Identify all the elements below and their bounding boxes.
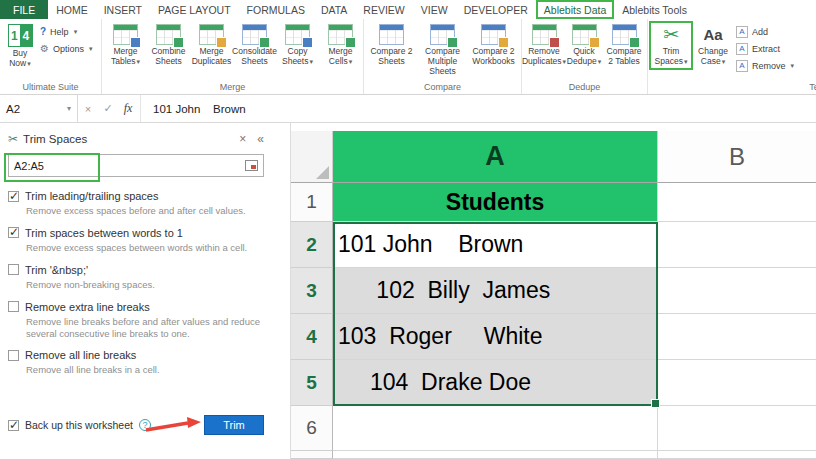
pane-close-icon[interactable]: × — [239, 132, 246, 146]
formula-bar-divider — [140, 95, 141, 122]
cell-B6[interactable] — [658, 406, 816, 451]
quick-dedupe-button[interactable]: Quick Dedupe▾ — [564, 22, 604, 69]
cell-A4[interactable]: 103 Roger White — [333, 314, 658, 360]
merge-duplicates-button[interactable]: Merge Duplicates — [190, 22, 233, 69]
option-label[interactable]: Trim spaces between words to 1 — [25, 227, 183, 239]
dropdown-arrow-icon: ▾ — [137, 58, 141, 65]
help-button[interactable]: ?Help▾ — [38, 24, 95, 39]
select-all-corner[interactable] — [291, 131, 333, 183]
option-label[interactable]: Remove extra line breaks — [25, 301, 150, 313]
enter-icon[interactable]: ✓ — [98, 102, 118, 115]
row-header-4[interactable]: 4 — [291, 314, 333, 360]
tab-insert[interactable]: INSERT — [96, 0, 150, 19]
merge-tables-icon — [113, 24, 138, 45]
cell-A5[interactable]: 104 Drake Doe — [333, 360, 658, 406]
name-box[interactable]: A2 ▾ — [0, 95, 78, 122]
cell-A1[interactable]: Students — [333, 183, 658, 222]
row-header-7-partial[interactable] — [291, 451, 333, 459]
cell-B4[interactable] — [658, 314, 816, 360]
dropdown-arrow-icon: ▾ — [722, 58, 726, 65]
dropdown-arrow-icon: ▾ — [684, 58, 688, 65]
compare-2-sheets-button[interactable]: Compare 2 Sheets — [366, 22, 417, 69]
checkbox[interactable] — [8, 191, 19, 202]
compare-2-tables-button[interactable]: Compare 2 Tables — [604, 22, 644, 69]
name-box-arrow-icon[interactable]: ▾ — [67, 104, 71, 113]
formula-bar: A2 ▾ × ✓ fx 101 John Brown — [0, 95, 816, 123]
remove-duplicates-icon — [532, 24, 557, 45]
group-label-compare: Compare — [364, 81, 521, 94]
compare-2-workbooks-button[interactable]: Compare 2 Workbooks — [468, 22, 519, 69]
cell-A7-partial[interactable] — [333, 451, 658, 459]
tab-data[interactable]: DATA — [313, 0, 355, 19]
compare-multiple-sheets-button[interactable]: Compare Multiple Sheets — [417, 22, 468, 78]
consolidate-sheets-button[interactable]: Consolidate Sheets — [233, 22, 276, 69]
add-button[interactable]: AAdd — [734, 24, 796, 39]
column-header-A[interactable]: A — [333, 131, 658, 183]
copy-sheets-button[interactable]: Copy Sheets▾ — [276, 22, 319, 69]
row-header-1[interactable]: 1 — [291, 183, 333, 222]
tab-review[interactable]: REVIEW — [355, 0, 412, 19]
tab-formulas[interactable]: FORMULAS — [239, 0, 313, 19]
checkbox[interactable] — [8, 350, 19, 361]
dropdown-arrow-icon: ▾ — [309, 58, 313, 65]
cell-B1[interactable] — [658, 183, 816, 222]
option-description: Remove non-breaking spaces. — [26, 279, 264, 291]
compare-2-tables-icon — [612, 24, 637, 45]
tab-ablebits-data[interactable]: Ablebits Data — [536, 0, 614, 19]
tab-page-layout[interactable]: PAGE LAYOUT — [150, 0, 239, 19]
tab-developer[interactable]: DEVELOPER — [456, 0, 536, 19]
scissors-icon: ✂ — [663, 24, 679, 45]
gear-icon: ⚙ — [40, 43, 49, 54]
trim-spaces-button[interactable]: ✂ Trim Spaces▾ — [650, 22, 692, 69]
cell-B7-partial[interactable] — [658, 451, 816, 459]
buy-now-button[interactable]: 14 Buy Now▾ — [2, 22, 38, 71]
row-header-3[interactable]: 3 — [291, 268, 333, 314]
option-label[interactable]: Trim leading/trailing spaces — [25, 190, 158, 202]
insert-function-icon[interactable]: fx — [118, 101, 138, 116]
pane-title: Trim Spaces — [23, 133, 87, 145]
cancel-icon[interactable]: × — [78, 103, 98, 115]
tab-home[interactable]: HOME — [48, 0, 96, 19]
checkbox[interactable] — [8, 301, 19, 312]
cell-A3[interactable]: 102 Billy James — [333, 268, 658, 314]
option-trim-between-words: Trim spaces between words to 1 Remove ex… — [8, 227, 264, 254]
cell-A2[interactable]: 101 John Brown — [333, 222, 658, 268]
range-value[interactable]: A2:A5 — [14, 160, 44, 172]
checkbox[interactable] — [8, 264, 19, 275]
extract-button[interactable]: AExtract — [734, 41, 796, 56]
row-header-5[interactable]: 5 — [291, 360, 333, 406]
cell-B2[interactable] — [658, 222, 816, 268]
range-select-icon[interactable] — [245, 160, 258, 171]
remove-duplicates-button[interactable]: Remove Duplicates▾ — [524, 22, 564, 69]
option-label[interactable]: Trim '&nbsp;' — [25, 264, 88, 276]
dropdown-arrow-icon: ▾ — [349, 58, 353, 65]
tab-ablebits-tools[interactable]: Ablebits Tools — [614, 0, 695, 19]
remove-button[interactable]: ARemove▾ — [734, 58, 796, 73]
change-case-button[interactable]: Aa Change Case▾ — [692, 22, 734, 69]
tab-file[interactable]: FILE — [0, 0, 48, 19]
options-button[interactable]: ⚙Options▾ — [38, 41, 95, 56]
dropdown-arrow-icon: ▾ — [598, 58, 602, 65]
range-input[interactable]: A2:A5 — [8, 154, 264, 177]
pane-collapse-icon[interactable]: « — [257, 132, 264, 146]
merge-tables-button[interactable]: Merge Tables▾ — [104, 22, 147, 69]
column-header-B[interactable]: B — [658, 131, 816, 183]
trim-spaces-pane: ✂ Trim Spaces × « A2:A5 Trim leading/tra… — [0, 123, 272, 459]
backup-label[interactable]: Back up this worksheet — [25, 419, 133, 431]
option-description: Remove excess spaces before and after ce… — [26, 205, 264, 217]
combine-sheets-button[interactable]: Combine Sheets — [147, 22, 190, 69]
option-remove-extra-line-breaks: Remove extra line breaks Remove line bre… — [8, 301, 264, 340]
checkbox[interactable] — [8, 227, 19, 238]
checkbox[interactable] — [8, 420, 19, 431]
merge-cells-button[interactable]: Merge Cells▾ — [319, 22, 362, 69]
row-header-6[interactable]: 6 — [291, 406, 333, 451]
cell-B3[interactable] — [658, 268, 816, 314]
cell-B5[interactable] — [658, 360, 816, 406]
tab-view[interactable]: VIEW — [413, 0, 456, 19]
group-label-ultimate-suite: Ultimate Suite — [0, 81, 101, 94]
formula-bar-value[interactable]: 101 John Brown — [153, 103, 246, 115]
option-label[interactable]: Remove all line breaks — [25, 349, 136, 361]
trim-button[interactable]: Trim — [204, 415, 264, 435]
row-header-2[interactable]: 2 — [291, 222, 333, 268]
cell-A6[interactable] — [333, 406, 658, 451]
